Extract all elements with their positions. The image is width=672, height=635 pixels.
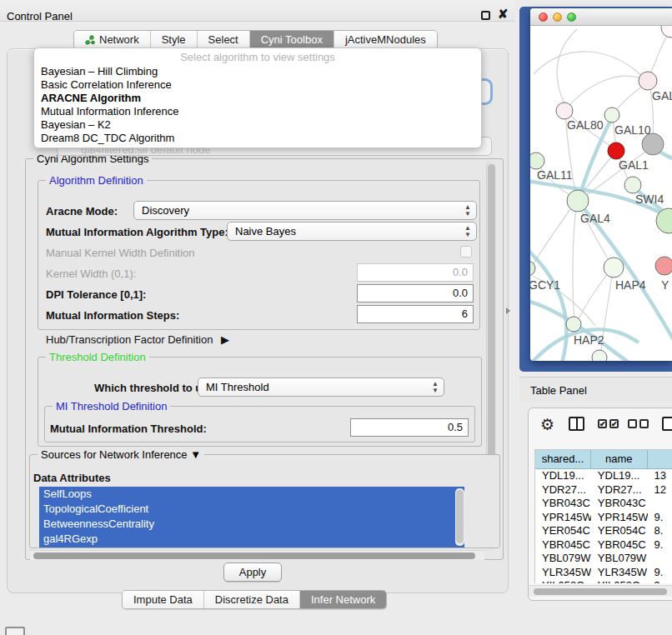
node-label-GCY1: GCY1 — [530, 278, 560, 292]
node-HAP2[interactable] — [566, 317, 581, 332]
float-window-icon[interactable] — [481, 11, 490, 20]
node-partial-top[interactable] — [661, 26, 672, 38]
tab-network[interactable]: Network — [74, 31, 151, 48]
close-icon[interactable]: ✘ — [498, 7, 509, 22]
node-partial-bottom[interactable] — [592, 350, 607, 361]
node-label-GAL: GAL — [652, 89, 672, 102]
algorithm-definition-title: Algorithm Definition — [46, 174, 147, 187]
tab-impute-data[interactable]: Impute Data — [123, 591, 204, 608]
table-row[interactable]: YDR27...YDR27...12 — [535, 483, 672, 498]
tab-select[interactable]: Select — [198, 31, 250, 48]
network-canvas[interactable]: GALGAL80GAL10GAL1GAL11SWI4GAL4GCY1HAP4YH… — [530, 26, 672, 361]
node-GCY1[interactable] — [530, 261, 535, 276]
table-row[interactable]: YER054CYER054C8. — [535, 524, 672, 538]
minimized-panel-icon[interactable] — [5, 627, 25, 635]
dpi-tolerance-label: DPI Tolerance [0,1]: — [46, 288, 146, 301]
node-GAL1[interactable] — [608, 142, 624, 159]
node-HAP4[interactable] — [604, 258, 624, 278]
manual-kernel-checkbox[interactable] — [460, 246, 472, 258]
node-label-GAL4: GAL4 — [580, 212, 610, 225]
node-GAL80[interactable] — [556, 102, 573, 119]
algorithm-option[interactable]: ARACNE Algorithm — [34, 92, 481, 105]
tab-cyni-toolbox[interactable]: Cyni Toolbox — [250, 31, 334, 48]
table-icon[interactable] — [662, 417, 672, 431]
tab-network-label: Network — [99, 31, 139, 48]
network-icon — [85, 35, 95, 45]
table-body[interactable]: YDL19...YDL19...13YDR27...YDR27...12YBR0… — [535, 469, 672, 583]
tab-infer-network[interactable]: Infer Network — [300, 591, 386, 608]
mi-steps-label: Mutual Information Steps: — [46, 309, 179, 322]
algorithm-dropdown-placeholder: Select algorithm to view settings — [34, 48, 481, 65]
network-edge[interactable] — [534, 52, 645, 79]
column-header[interactable]: name — [591, 450, 648, 469]
chevron-right-icon: ▶ — [221, 333, 229, 346]
attribute-item-selected[interactable]: TopologicalCoefficient — [39, 502, 464, 517]
node-GAL11[interactable] — [530, 152, 544, 169]
stepper-arrows-icon: ▲▼ — [464, 204, 471, 218]
which-threshold-combo[interactable]: MI Threshold ▲▼ — [198, 378, 444, 397]
split-column-icon[interactable] — [569, 417, 584, 431]
node-label-HAP2: HAP2 — [574, 333, 604, 347]
minimize-traffic-icon[interactable] — [553, 12, 562, 22]
hub-definition-toggle[interactable]: Hub/Transcription Factor Definition ▶ — [46, 333, 229, 346]
aracne-mode-combo[interactable]: Discovery ▲▼ — [133, 201, 477, 220]
apply-button[interactable]: Apply — [223, 562, 282, 582]
control-panel-tab-bar: Network Style Select Cyni Toolbox jActiv… — [73, 30, 438, 49]
threshold-definition-title: Threshold Definition — [46, 351, 149, 363]
algorithm-option[interactable]: Basic Correlation Inference — [34, 78, 481, 92]
algorithm-option[interactable]: Bayesian – K2 — [34, 118, 481, 132]
tab-jactivemnodules[interactable]: jActiveMNodules — [334, 31, 437, 48]
attribute-item-selected[interactable]: gal4RGexp — [39, 532, 464, 547]
settings-horizontal-scrollbar[interactable] — [30, 550, 484, 560]
table-horizontal-scrollbar[interactable] — [529, 585, 672, 597]
node-label-Y: Y — [661, 278, 669, 292]
panel-splitter-arrow[interactable] — [506, 308, 510, 314]
data-attributes-list[interactable]: SelfLoopsTopologicalCoefficientBetweenne… — [39, 487, 464, 548]
node-SWI4[interactable] — [624, 177, 641, 193]
attribute-item-selected[interactable]: SelfLoops — [39, 487, 464, 502]
mi-type-combo[interactable]: Naive Bayes ▲▼ — [227, 222, 477, 241]
mi-threshold-group-title: MI Threshold Definition — [53, 400, 170, 412]
algorithm-option[interactable]: Bayesian – Hill Climbing — [34, 65, 481, 78]
tab-style[interactable]: Style — [151, 31, 198, 48]
node-GAL4[interactable] — [567, 190, 589, 212]
network-edge[interactable] — [557, 29, 577, 108]
node-salmon[interactable] — [655, 257, 672, 275]
column-header[interactable]: shared... — [535, 450, 591, 469]
mi-type-label: Mutual Information Algorithm Type: — [46, 226, 228, 238]
tab-discretize-data[interactable]: Discretize Data — [204, 591, 300, 608]
node-label-GAL1: GAL1 — [619, 158, 649, 172]
column-header[interactable] — [648, 450, 672, 469]
node-pink[interactable] — [639, 72, 657, 90]
zoom-traffic-icon[interactable] — [567, 12, 576, 22]
close-traffic-icon[interactable] — [539, 12, 548, 22]
control-panel-header — [0, 0, 515, 22]
dpi-tolerance-field[interactable]: 0.0 — [357, 284, 474, 302]
attribute-item-selected[interactable]: BetweennessCentrality — [39, 517, 464, 532]
table-row[interactable]: YBL079WYBL079W — [535, 552, 672, 566]
network-edge[interactable] — [567, 76, 648, 108]
network-window-titlebar — [530, 8, 672, 26]
table-row[interactable]: YLR345WYLR345W9. — [535, 566, 672, 580]
kernel-width-label: Kernel Width (0,1): — [46, 268, 136, 280]
mi-steps-field[interactable]: 6 — [357, 305, 474, 323]
sources-group-title[interactable]: Sources for Network Inference ▼ — [38, 448, 204, 461]
algorithm-option[interactable]: Dream8 DC_TDC Algorithm — [34, 132, 481, 145]
network-window[interactable]: GALGAL80GAL10GAL1GAL11SWI4GAL4GCY1HAP4YH… — [530, 8, 672, 361]
mi-threshold-field[interactable]: 0.5 — [350, 418, 469, 437]
attributes-scrollbar[interactable] — [455, 488, 464, 546]
data-attributes-label: Data Attributes — [33, 472, 111, 484]
table-row[interactable]: YIL052CYIL052C9 — [535, 579, 672, 583]
gear-icon[interactable]: ⚙ — [540, 415, 554, 434]
node-GAL10[interactable] — [604, 108, 619, 122]
node-label-GAL10: GAL10 — [614, 123, 651, 137]
table-row[interactable]: YPR145WYPR145W9. — [535, 511, 672, 525]
table-panel-window: ⚙ ✔ ✔ shared...name YDL19...YDL19...13YD… — [528, 408, 672, 601]
node-label-SWI4: SWI4 — [635, 192, 664, 206]
table-row[interactable]: YBR045CYBR045C9. — [535, 538, 672, 552]
algorithm-option[interactable]: Mutual Information Inference — [34, 105, 481, 118]
kernel-width-field[interactable]: 0.0 — [357, 263, 474, 282]
algorithm-dropdown-popup: Select algorithm to view settings Bayesi… — [33, 48, 482, 148]
table-row[interactable]: YBR043CYBR043C — [535, 497, 672, 511]
table-row[interactable]: YDL19...YDL19...13 — [535, 469, 672, 483]
